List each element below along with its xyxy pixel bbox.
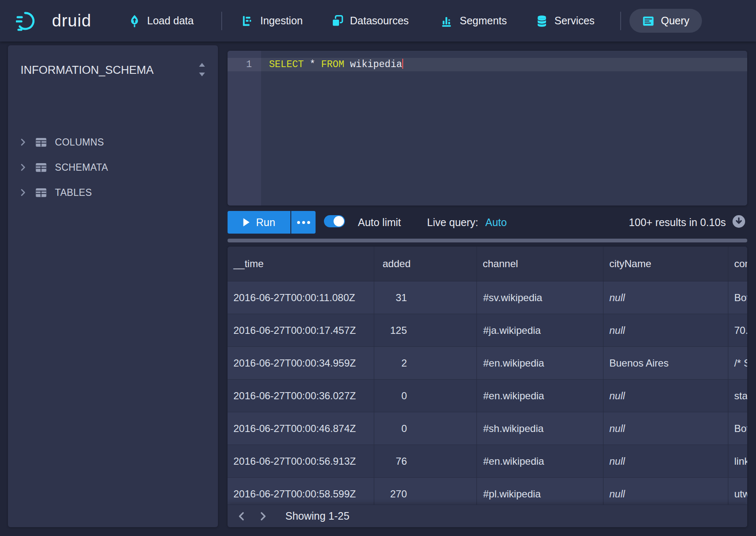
sidebar-item-tables[interactable]: TABLES [8,180,218,205]
datasources-icon [331,15,344,27]
nav-divider [620,12,621,30]
cell-channel: #sh.wikipedia [477,412,603,445]
cell-cityname: null [603,445,728,477]
cell-added: 0 [374,412,477,445]
nav-item-label: Query [661,15,689,27]
cell-cityname: null [603,314,728,346]
cell-time: 2016-06-27T00:00:46.874Z [228,412,374,445]
table-row: 2016-06-27T00:00:46.874Z 0 #sh.wikipedia… [228,412,747,445]
sql-text[interactable]: SELECT * FROM wikipedia [269,58,403,71]
cell-channel: #en.wikipedia [477,347,603,379]
sidebar-item-label: SCHEMATA [55,162,108,173]
sidebar-item-columns[interactable]: COLUMNS [8,130,218,155]
cell-comment: sta [728,380,747,412]
nav-item-services[interactable]: Services [536,0,595,42]
cell-channel: #ja.wikipedia [477,314,603,346]
column-header-cityname[interactable]: cityName [603,247,728,281]
table-row: 2016-06-27T00:00:36.027Z 0 #en.wikipedia… [228,380,747,412]
pagination-bar: Showing 1-25 [228,505,747,527]
table-row: 2016-06-27T00:00:11.080Z 31 #sv.wikipedi… [228,281,747,314]
table-row: 2016-06-27T00:00:17.457Z 125 #ja.wikiped… [228,314,747,347]
text-cursor [402,59,403,69]
cell-comment: utw [728,478,747,505]
nav-item-ingestion[interactable]: Ingestion [241,0,303,42]
auto-limit-label: Auto limit [358,211,401,234]
cell-added: 0 [374,380,477,412]
live-query-label: Live query: [427,211,478,234]
cell-channel: #en.wikipedia [477,380,603,412]
sql-editor[interactable]: 1 SELECT * FROM wikipedia [228,51,747,206]
upload-icon [128,15,141,27]
nav-divider [221,12,222,30]
results-info: 100+ results in 0.10s [629,211,726,234]
table-icon [35,136,47,148]
segments-icon [441,15,453,27]
cell-time: 2016-06-27T00:00:56.913Z [228,445,374,477]
run-more-button[interactable] [291,211,316,234]
nav-item-segments[interactable]: Segments [441,0,507,42]
table-icon [35,161,47,174]
druid-console: { "nav": { "brand": "druid", "items": [ … [0,0,756,536]
table-row: 2016-06-27T00:00:58.599Z 270 #pl.wikiped… [228,478,747,505]
run-button[interactable]: Run [228,211,290,234]
cell-time: 2016-06-27T00:00:17.457Z [228,314,374,346]
column-header-time[interactable]: __time [228,247,374,281]
services-icon [536,15,548,27]
schema-selector[interactable]: INFORMATION_SCHEMA [8,45,218,87]
sidebar-item-schemata[interactable]: SCHEMATA [8,155,218,180]
results-header-row: __time added channel cityName comment [228,247,747,281]
query-icon [642,15,655,27]
cell-added: 2 [374,347,477,379]
next-page-button[interactable] [258,511,268,521]
column-header-channel[interactable]: channel [477,247,603,281]
column-header-comment[interactable]: comment [728,247,747,281]
cell-time: 2016-06-27T00:00:34.959Z [228,347,374,379]
nav-item-label: Load data [147,15,194,27]
top-nav: druid Load data Ingestion [0,0,756,42]
table-row: 2016-06-27T00:00:56.913Z 76 #en.wikipedi… [228,445,747,478]
live-query-value[interactable]: Auto [485,211,507,234]
sidebar-item-label: TABLES [55,187,92,198]
column-header-added[interactable]: added [374,247,477,281]
brand-name: druid [52,11,91,30]
cell-comment: 70. [728,314,747,346]
cell-comment: /* S [728,347,747,379]
cell-channel: #en.wikipedia [477,445,603,477]
nav-item-label: Services [554,15,595,27]
cell-cityname: null [603,380,728,412]
showing-range-label: Showing 1-25 [285,510,350,522]
chevron-right-icon[interactable] [19,163,27,172]
chevron-right-icon[interactable] [19,188,27,197]
schema-sidebar: INFORMATION_SCHEMA COLUMNS [8,45,218,527]
auto-limit-toggle[interactable] [324,215,345,227]
editor-gutter [228,51,261,206]
play-icon [243,218,250,227]
ingestion-icon [241,15,254,27]
dots-icon [297,221,300,224]
download-icon[interactable] [732,215,746,228]
cell-time: 2016-06-27T00:00:11.080Z [228,281,374,314]
cell-cityname: null [603,478,728,505]
sidebar-item-label: COLUMNS [55,137,104,148]
nav-item-label: Segments [460,15,507,27]
cell-time: 2016-06-27T00:00:36.027Z [228,380,374,412]
cell-added: 125 [374,314,477,346]
cell-comment: link [728,445,747,477]
nav-item-datasources[interactable]: Datasources [331,0,409,42]
cell-time: 2016-06-27T00:00:58.599Z [228,478,374,505]
line-number: 1 [228,58,252,71]
horizontal-scrollbar[interactable] [228,239,747,242]
nav-item-label: Ingestion [260,15,303,27]
nav-item-load-data[interactable]: Load data [128,0,194,42]
cell-added: 76 [374,445,477,477]
prev-page-button[interactable] [237,511,247,521]
table-row: 2016-06-27T00:00:34.959Z 2 #en.wikipedia… [228,347,747,380]
cell-comment: Bot [728,412,747,445]
chevron-right-icon[interactable] [19,138,27,146]
nav-item-query-active[interactable]: Query [629,9,702,33]
cell-cityname: null [603,281,728,314]
results-rows: 2016-06-27T00:00:11.080Z 31 #sv.wikipedi… [228,281,747,505]
double-caret-icon[interactable] [197,61,207,78]
druid-brand[interactable]: druid [16,0,91,42]
toggle-knob [334,216,344,226]
